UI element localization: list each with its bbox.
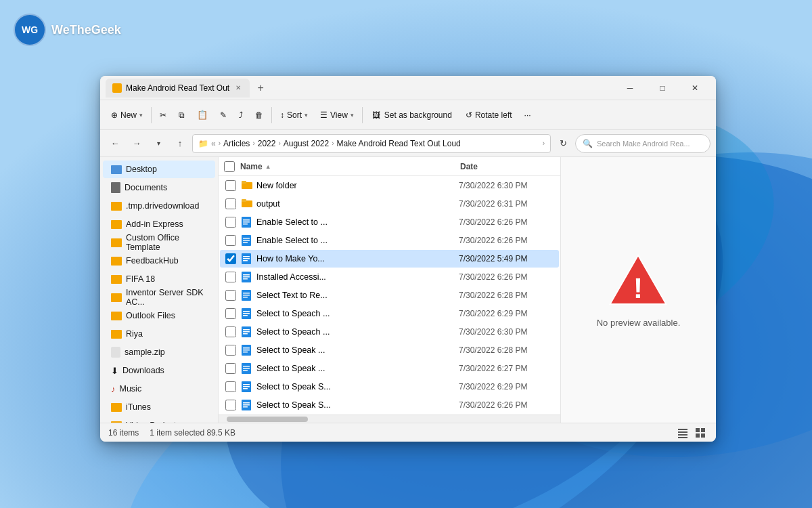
sidebar-item-downloads[interactable]: ⬇ Downloads [103,362,215,379]
refresh-button[interactable]: ↻ [554,134,572,153]
share-icon: ⤴ [239,110,243,120]
rename-button[interactable]: ✎ [215,104,232,126]
sidebar-item-riya[interactable]: Riya [103,325,215,343]
horizontal-scrollbar[interactable] [219,415,560,423]
file-checkbox[interactable] [225,345,236,356]
table-row[interactable]: Enable Select to ...7/30/2022 6:26 PM [220,232,559,249]
file-checkbox[interactable] [225,381,236,392]
table-row[interactable]: Select to Speach ...7/30/2022 6:30 PM [220,323,559,341]
rotate-button[interactable]: ↺ Rotate left [460,104,518,126]
svg-rect-44 [243,368,250,369]
file-date: 7/30/2022 6:26 PM [459,400,554,410]
svg-rect-35 [243,329,250,331]
sidebar-item-fifa[interactable]: FIFA 18 [103,270,215,288]
address-bar-row: ← → ▾ ↑ 📁 « › Articles › 2022 › August 2… [100,130,716,157]
table-row[interactable]: New folder7/30/2022 6:30 PM [220,177,559,194]
sidebar-item-video-projects[interactable]: Video Projects [103,417,215,423]
recent-locations-button[interactable]: ▾ [149,134,168,153]
add-tab-btn[interactable]: + [251,79,270,98]
sidebar-item-desktop[interactable]: Desktop [103,161,215,178]
breadcrumb-sep-3: › [278,140,280,147]
select-all-checkbox[interactable] [224,161,235,172]
more-button[interactable]: ··· [519,104,537,126]
back-button[interactable]: ← [106,134,125,153]
close-btn[interactable]: ✕ [679,77,710,99]
svg-rect-24 [243,276,250,278]
sidebar-item-inventor[interactable]: Inventor Server SDK AC... [103,289,215,306]
sidebar-item-outlook[interactable]: Outlook Files [103,307,215,324]
delete-icon: 🗑 [255,110,263,120]
table-row[interactable]: Select to Speak ...7/30/2022 6:27 PM [220,360,559,377]
wallpaper-icon: 🖼 [372,110,380,120]
folder-icon [242,180,252,191]
delete-button[interactable]: 🗑 [250,104,269,126]
table-row[interactable]: output7/30/2022 6:31 PM [220,195,559,213]
logo-name: WeTheGeek [51,23,121,37]
sidebar-item-documents[interactable]: Documents [103,179,215,196]
paste-button[interactable]: 📋 [191,104,213,126]
sort-button[interactable]: ↕ Sort ▾ [275,104,313,126]
up-button[interactable]: ↑ [171,134,189,153]
sidebar-item-tmp[interactable]: .tmp.drivedownload [103,197,215,215]
table-row[interactable]: Select to Speak ...7/30/2022 6:28 PM [220,341,559,359]
maximize-btn[interactable]: □ [647,77,678,99]
details-view-button[interactable] [675,425,690,440]
file-checkbox[interactable] [225,308,236,319]
table-row[interactable]: Select to Speach ...7/30/2022 6:29 PM [220,305,559,322]
tab-close-btn[interactable]: ✕ [233,83,243,93]
file-checkbox[interactable] [225,180,236,191]
set-background-button[interactable]: 🖼 Set as background [365,104,459,126]
sep-1 [151,107,152,123]
table-row[interactable]: Enable Select to ...7/30/2022 6:26 PM [220,213,559,231]
active-tab[interactable]: Make Android Read Text Out ✕ [106,79,250,98]
svg-rect-27 [243,293,250,294]
minimize-btn[interactable]: ─ [614,77,646,99]
sidebar-item-feedbackhub[interactable]: FeedbackHub [103,252,215,270]
scrollbar-thumb[interactable] [227,417,308,422]
file-checkbox[interactable] [225,198,236,209]
svg-rect-12 [243,221,250,223]
sidebar-item-addin[interactable]: Add-in Express [103,215,215,233]
table-row[interactable]: Select to Speak S...7/30/2022 6:29 PM [220,378,559,396]
folder-icon [111,257,122,266]
file-checkbox[interactable] [225,400,236,410]
file-name: Select to Speach ... [256,327,459,337]
file-checkbox[interactable] [225,235,236,246]
file-checkbox[interactable] [225,326,236,337]
file-checkbox[interactable] [225,217,236,228]
svg-rect-40 [243,350,250,351]
forward-button[interactable]: → [127,134,146,153]
sidebar-item-custom-office[interactable]: Custom Office Template [103,234,215,251]
file-checkbox[interactable] [225,253,236,264]
rotate-icon: ↺ [466,110,472,120]
svg-rect-68 [678,429,687,430]
large-icons-view-button[interactable] [693,425,708,440]
table-row[interactable]: Select to Speak S...7/30/2022 6:26 PM [220,396,559,414]
share-button[interactable]: ⤴ [233,104,248,126]
sort-arrow-icon: ▲ [265,163,271,170]
search-box[interactable]: 🔍 Search Make Android Rea... [575,134,710,153]
document-icon [242,217,252,228]
copy-button[interactable]: ⧉ [173,104,190,126]
file-checkbox[interactable] [225,290,236,301]
file-date: 7/30/2022 6:31 PM [459,199,554,209]
table-row[interactable]: Installed Accessi...7/30/2022 6:26 PM [220,268,559,286]
file-checkbox[interactable] [225,363,236,374]
copy-icon: ⧉ [179,110,185,120]
new-icon: ⊕ [111,110,118,120]
cut-button[interactable]: ✂ [154,104,172,126]
sidebar-item-music[interactable]: ♪ Music [103,380,215,398]
file-list: New folder7/30/2022 6:30 PMoutput7/30/20… [219,176,560,415]
sidebar-item-itunes[interactable]: iTunes [103,398,215,416]
table-row[interactable]: How to Make Yo...7/30/2022 5:49 PM [220,250,559,268]
svg-rect-49 [243,388,248,389]
file-name: Select to Speak S... [256,382,459,391]
toolbar: ⊕ New ▾ ✂ ⧉ 📋 ✎ ⤴ 🗑 ↕ Sort ▾ ☰ [100,100,716,130]
new-button[interactable]: ⊕ New ▾ [106,104,148,126]
table-row[interactable]: Select Text to Re...7/30/2022 6:28 PM [220,287,559,304]
col-name-header: Name ▲ [240,162,460,171]
sidebar-item-sample-zip[interactable]: sample.zip [103,343,215,361]
file-checkbox[interactable] [225,272,236,282]
address-box[interactable]: 📁 « › Articles › 2022 › August 2022 › Ma… [192,134,551,153]
view-button[interactable]: ☰ View ▾ [315,104,359,126]
